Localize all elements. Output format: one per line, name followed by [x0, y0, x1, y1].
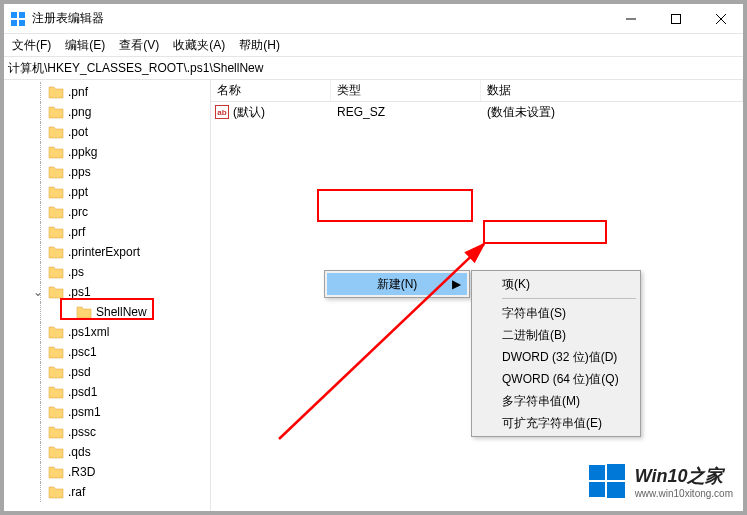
tree-item-label: .prf: [68, 225, 85, 239]
tree-item-label: .ppt: [68, 185, 88, 199]
menu-item-new[interactable]: 新建(N) ▶: [327, 273, 467, 295]
tree-item[interactable]: .psm1: [4, 402, 210, 422]
tree-expand-icon[interactable]: ⌄: [32, 286, 44, 298]
tree-item[interactable]: .ps: [4, 262, 210, 282]
list-header: 名称 类型 数据: [211, 80, 743, 102]
tree-item-label: .pot: [68, 125, 88, 139]
tree-item[interactable]: ⌄.ps1: [4, 282, 210, 302]
menu-help[interactable]: 帮助(H): [239, 37, 280, 54]
tree-item[interactable]: .qds: [4, 442, 210, 462]
menu-item-multi-string-value[interactable]: 多字符串值(M): [474, 390, 638, 412]
folder-icon: [48, 405, 64, 419]
folder-icon: [48, 345, 64, 359]
watermark: Win10之家 www.win10xitong.com: [587, 461, 733, 501]
address-text: 计算机\HKEY_CLASSES_ROOT\.ps1\ShellNew: [8, 60, 263, 77]
watermark-title: Win10之家: [635, 464, 733, 488]
tree-item-label: .ps: [68, 265, 84, 279]
menu-item-qword-value[interactable]: QWORD (64 位)值(Q): [474, 368, 638, 390]
chevron-right-icon: ▶: [452, 277, 461, 291]
tree-item[interactable]: ShellNew: [4, 302, 210, 322]
tree-item[interactable]: .R3D: [4, 462, 210, 482]
tree-item-label: .R3D: [68, 465, 95, 479]
menu-favorites[interactable]: 收藏夹(A): [173, 37, 225, 54]
column-name[interactable]: 名称: [211, 80, 331, 101]
folder-icon: [48, 125, 64, 139]
tree-item[interactable]: .prf: [4, 222, 210, 242]
tree-item-label: ShellNew: [96, 305, 147, 319]
tree-pane[interactable]: .pnf.png.pot.ppkg.pps.ppt.prc.prf.printe…: [4, 80, 211, 511]
tree-item-label: .qds: [68, 445, 91, 459]
folder-icon: [48, 205, 64, 219]
folder-icon: [48, 105, 64, 119]
svg-rect-11: [589, 482, 605, 497]
svg-rect-12: [607, 482, 625, 498]
window-title: 注册表编辑器: [32, 10, 104, 27]
folder-icon: [48, 285, 64, 299]
tree-item-label: .psc1: [68, 345, 97, 359]
close-button[interactable]: [698, 4, 743, 34]
value-type: REG_SZ: [331, 105, 481, 119]
folder-icon: [48, 85, 64, 99]
folder-icon: [48, 245, 64, 259]
menu-item-string-value[interactable]: 字符串值(S): [474, 302, 638, 324]
tree-item[interactable]: .psd1: [4, 382, 210, 402]
registry-editor-window: 注册表编辑器 文件(F) 编辑(E) 查看(V) 收藏夹(A) 帮助(H) 计算…: [4, 4, 743, 511]
value-name: (默认): [233, 104, 265, 121]
menu-separator: [502, 298, 636, 299]
folder-icon: [48, 225, 64, 239]
folder-icon: [48, 185, 64, 199]
maximize-button[interactable]: [653, 4, 698, 34]
menu-item-expand-string-value[interactable]: 可扩充字符串值(E): [474, 412, 638, 434]
tree-item[interactable]: .printerExport: [4, 242, 210, 262]
menu-item-binary-value[interactable]: 二进制值(B): [474, 324, 638, 346]
menu-item-key[interactable]: 项(K): [474, 273, 638, 295]
tree-item-label: .pnf: [68, 85, 88, 99]
svg-rect-1: [19, 12, 25, 18]
minimize-button[interactable]: [608, 4, 653, 34]
svg-rect-3: [19, 20, 25, 26]
windows-logo-icon: [587, 461, 627, 501]
menu-item-dword-value[interactable]: DWORD (32 位)值(D): [474, 346, 638, 368]
tree-item[interactable]: .pssc: [4, 422, 210, 442]
svg-rect-10: [607, 464, 625, 480]
tree-item-label: .png: [68, 105, 91, 119]
value-data: (数值未设置): [481, 104, 743, 121]
string-value-icon: ab: [215, 105, 229, 119]
context-menu: 新建(N) ▶: [324, 270, 470, 298]
menu-view[interactable]: 查看(V): [119, 37, 159, 54]
folder-icon: [48, 465, 64, 479]
tree-item[interactable]: .prc: [4, 202, 210, 222]
tree-item[interactable]: .psd: [4, 362, 210, 382]
svg-rect-5: [671, 14, 680, 23]
watermark-url: www.win10xitong.com: [635, 488, 733, 499]
window-controls: [608, 4, 743, 34]
titlebar: 注册表编辑器: [4, 4, 743, 34]
folder-icon: [48, 485, 64, 499]
tree-item[interactable]: .psc1: [4, 342, 210, 362]
menu-edit[interactable]: 编辑(E): [65, 37, 105, 54]
folder-icon: [48, 445, 64, 459]
app-icon: [10, 11, 26, 27]
tree-item[interactable]: .ppt: [4, 182, 210, 202]
tree-item[interactable]: .png: [4, 102, 210, 122]
tree-item-label: .psd1: [68, 385, 97, 399]
column-type[interactable]: 类型: [331, 80, 481, 101]
address-bar[interactable]: 计算机\HKEY_CLASSES_ROOT\.ps1\ShellNew: [4, 56, 743, 80]
tree-item-label: .raf: [68, 485, 85, 499]
menubar: 文件(F) 编辑(E) 查看(V) 收藏夹(A) 帮助(H): [4, 34, 743, 56]
value-row[interactable]: ab (默认) REG_SZ (数值未设置): [211, 102, 743, 122]
tree-item-label: .printerExport: [68, 245, 140, 259]
folder-icon: [48, 385, 64, 399]
tree-item[interactable]: .ps1xml: [4, 322, 210, 342]
menu-file[interactable]: 文件(F): [12, 37, 51, 54]
tree-item[interactable]: .pot: [4, 122, 210, 142]
tree-item[interactable]: .pps: [4, 162, 210, 182]
tree-item-label: .prc: [68, 205, 88, 219]
tree-item[interactable]: .ppkg: [4, 142, 210, 162]
column-data[interactable]: 数据: [481, 80, 743, 101]
folder-icon: [48, 325, 64, 339]
tree-item[interactable]: .pnf: [4, 82, 210, 102]
tree-item-label: .psd: [68, 365, 91, 379]
tree-item[interactable]: .raf: [4, 482, 210, 502]
folder-icon: [48, 365, 64, 379]
